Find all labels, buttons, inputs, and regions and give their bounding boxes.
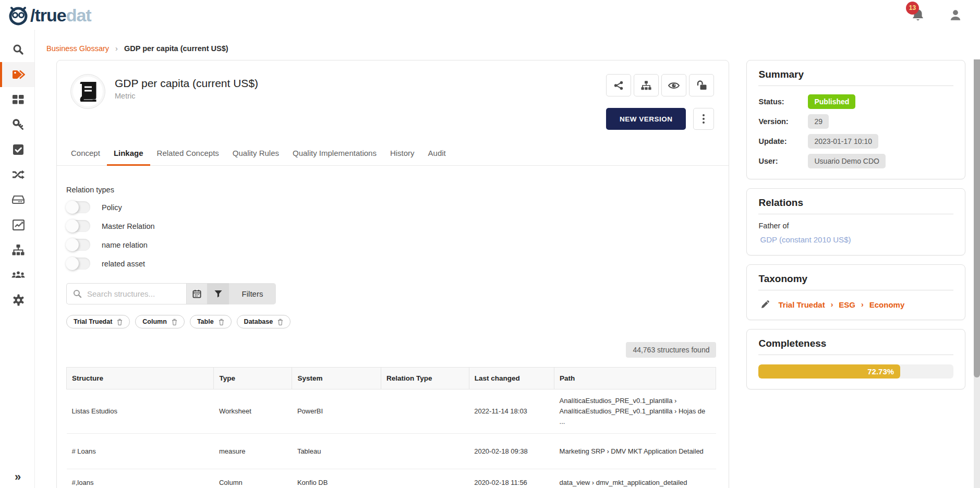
sidebar-item-insights[interactable] [0,212,34,237]
cell-type: measure [214,434,292,469]
cell-system: Konfio DB [292,469,381,488]
relations-panel: Relations Father of GDP (constant 2010 U… [746,188,965,255]
chip-label: Table [197,318,214,325]
tab-quality-implementations[interactable]: Quality Implementations [286,143,383,165]
sidebar-item-settings[interactable] [0,287,34,312]
sidebar-item-lineage[interactable] [0,162,34,187]
sidebar-item-search[interactable] [0,37,34,62]
unlock-icon [696,80,707,91]
truedat-logo[interactable]: /truedat [7,4,91,27]
column-header-last-changed[interactable]: Last changed [469,368,554,389]
structures-found-badge: 44,763 structures found [626,342,716,358]
trash-icon[interactable] [277,319,283,325]
cell-system: Tableau [292,434,381,469]
table-row[interactable]: # Loans measure Tableau 2020-02-18 09:38… [67,434,716,469]
breadcrumb: Business Glossary › GDP per capita (curr… [46,44,965,53]
cell-system: PowerBI [292,389,381,434]
toggle-related-asset[interactable] [66,258,90,270]
watch-button[interactable] [661,74,686,96]
breadcrumb-parent-link[interactable]: Business Glossary [46,44,109,53]
chip-label: Trial Truedat [74,318,112,325]
relation-link[interactable]: GDP (constant 2010 US$) [760,235,851,244]
date-filter-button[interactable] [186,283,207,304]
trash-icon[interactable] [172,319,177,325]
column-header-relation-type[interactable]: Relation Type [381,368,469,389]
tab-audit[interactable]: Audit [421,143,453,165]
lock-button[interactable] [689,74,714,96]
structures-table: Structure Type System Relation Type Last… [66,367,716,488]
tab-history[interactable]: History [383,143,421,165]
main-area: Business Glossary › GDP per capita (curr… [35,30,980,488]
tab-related-concepts[interactable]: Related Concepts [150,143,226,165]
toggle-policy[interactable] [66,201,90,213]
filter-funnel-button[interactable] [207,283,229,304]
trash-icon[interactable] [219,319,224,325]
taxonomy-link-domain[interactable]: Trial Truedat [778,300,825,309]
completeness-title: Completeness [758,338,953,355]
search-structures-input[interactable] [87,289,180,298]
scrollbar-thumb[interactable] [974,59,980,377]
sidebar-item-quality[interactable] [0,137,34,162]
completeness-panel: Completeness 72.73% [746,329,965,389]
concept-card: GDP per capita (current US$) Metric [56,60,729,488]
left-sidebar: » [0,30,35,488]
filters-button[interactable]: Filters [229,283,276,304]
filter-chip-column[interactable]: Column [135,315,185,328]
version-badge: 29 [808,114,829,129]
summary-title: Summary [758,69,953,86]
sidebar-item-systems[interactable] [0,187,34,212]
filter-chip-trial-truedat[interactable]: Trial Truedat [66,315,130,328]
funnel-icon [214,289,223,298]
cell-structure: # Loans [67,434,214,469]
status-badge: Published [808,94,855,109]
concept-type-label: Metric [115,92,606,100]
toggle-master-relation-label: Master Relation [102,222,155,230]
user-label: User: [758,157,808,165]
chip-label: Database [244,318,273,325]
taxonomy-link-subdomain[interactable]: ESG [839,300,855,309]
sidebar-item-structures[interactable] [0,237,34,262]
chevron-right-icon: › [831,300,833,309]
tab-concept[interactable]: Concept [64,143,107,165]
column-header-path[interactable]: Path [554,368,716,389]
user-menu[interactable] [949,8,962,22]
new-version-button[interactable]: NEW VERSION [606,108,686,130]
taxonomy-title: Taxonomy [758,273,953,290]
tab-linkage[interactable]: Linkage [107,143,150,166]
column-header-system[interactable]: System [292,368,381,389]
chip-label: Column [142,318,167,325]
pencil-icon[interactable] [760,300,770,309]
version-label: Version: [758,117,808,126]
sitemap-icon [641,81,651,90]
column-header-type[interactable]: Type [214,368,292,389]
gear-icon [13,294,25,306]
filter-chip-table[interactable]: Table [190,315,232,328]
toggle-master-relation[interactable] [66,220,90,232]
breadcrumb-current: GDP per capita (current US$) [124,44,228,53]
notifications-bell[interactable]: 13 [911,8,925,22]
hierarchy-button[interactable] [634,74,659,96]
sidebar-item-permissions[interactable] [0,112,34,137]
breadcrumb-separator: › [115,44,118,53]
sidebar-item-business-glossary[interactable] [0,62,34,87]
toggle-name-relation[interactable] [66,239,90,251]
tab-quality-rules[interactable]: Quality Rules [226,143,286,165]
share-button[interactable] [606,74,631,96]
user-badge: Usuario Demo CDO [808,154,885,168]
vertical-scrollbar[interactable] [974,59,980,488]
table-row[interactable]: Listas Estudios Worksheet PowerBI 2022-1… [67,389,716,434]
trash-icon[interactable] [117,319,123,325]
toggle-name-relation-label: name relation [102,241,148,249]
taxonomy-link-leaf[interactable]: Economy [869,300,905,309]
filter-chip-database[interactable]: Database [237,315,291,328]
sidebar-expand-button[interactable]: » [0,470,34,484]
tags-icon [11,69,25,80]
completeness-percent-label: 72.73% [867,367,894,376]
update-label: Update: [758,137,808,145]
sidebar-item-users[interactable] [0,262,34,287]
column-header-structure[interactable]: Structure [67,368,214,389]
table-row[interactable]: #,loans Column Konfio DB 2020-02-18 11:5… [67,469,716,488]
toggle-related-asset-label: related asset [102,260,145,268]
sidebar-item-catalog[interactable] [0,87,34,112]
more-actions-button[interactable] [693,108,714,130]
